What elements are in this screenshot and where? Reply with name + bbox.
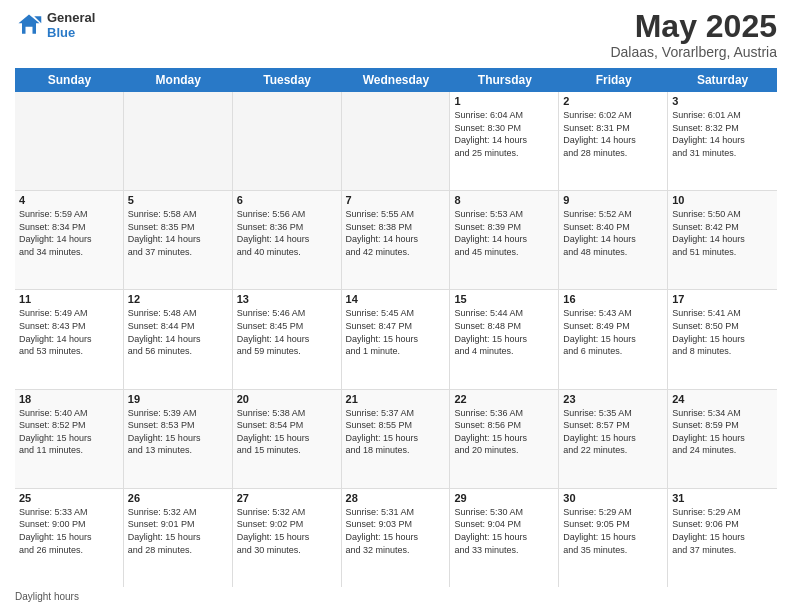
- weekday-header: Tuesday: [233, 68, 342, 92]
- calendar-cell: [124, 92, 233, 190]
- day-number: 20: [237, 393, 337, 405]
- calendar-cell: 22Sunrise: 5:36 AM Sunset: 8:56 PM Dayli…: [450, 390, 559, 488]
- day-number: 6: [237, 194, 337, 206]
- calendar-cell: 16Sunrise: 5:43 AM Sunset: 8:49 PM Dayli…: [559, 290, 668, 388]
- day-number: 8: [454, 194, 554, 206]
- day-info: Sunrise: 5:48 AM Sunset: 8:44 PM Dayligh…: [128, 307, 228, 357]
- day-number: 16: [563, 293, 663, 305]
- day-info: Sunrise: 5:46 AM Sunset: 8:45 PM Dayligh…: [237, 307, 337, 357]
- day-number: 25: [19, 492, 119, 504]
- calendar-cell: 14Sunrise: 5:45 AM Sunset: 8:47 PM Dayli…: [342, 290, 451, 388]
- month-title: May 2025: [610, 10, 777, 42]
- day-number: 27: [237, 492, 337, 504]
- day-number: 17: [672, 293, 773, 305]
- calendar-cell: 9Sunrise: 5:52 AM Sunset: 8:40 PM Daylig…: [559, 191, 668, 289]
- weekday-header: Sunday: [15, 68, 124, 92]
- calendar-row: 18Sunrise: 5:40 AM Sunset: 8:52 PM Dayli…: [15, 390, 777, 489]
- calendar-cell: 30Sunrise: 5:29 AM Sunset: 9:05 PM Dayli…: [559, 489, 668, 587]
- calendar-cell: 1Sunrise: 6:04 AM Sunset: 8:30 PM Daylig…: [450, 92, 559, 190]
- logo: General Blue: [15, 10, 95, 40]
- calendar-cell: 13Sunrise: 5:46 AM Sunset: 8:45 PM Dayli…: [233, 290, 342, 388]
- day-number: 22: [454, 393, 554, 405]
- calendar-cell: 23Sunrise: 5:35 AM Sunset: 8:57 PM Dayli…: [559, 390, 668, 488]
- calendar-cell: [15, 92, 124, 190]
- calendar-row: 4Sunrise: 5:59 AM Sunset: 8:34 PM Daylig…: [15, 191, 777, 290]
- day-info: Sunrise: 5:38 AM Sunset: 8:54 PM Dayligh…: [237, 407, 337, 457]
- day-info: Sunrise: 5:49 AM Sunset: 8:43 PM Dayligh…: [19, 307, 119, 357]
- calendar-cell: [342, 92, 451, 190]
- calendar-cell: 8Sunrise: 5:53 AM Sunset: 8:39 PM Daylig…: [450, 191, 559, 289]
- location: Dalaas, Vorarlberg, Austria: [610, 44, 777, 60]
- day-number: 15: [454, 293, 554, 305]
- day-number: 12: [128, 293, 228, 305]
- day-number: 21: [346, 393, 446, 405]
- day-info: Sunrise: 5:56 AM Sunset: 8:36 PM Dayligh…: [237, 208, 337, 258]
- logo-icon: [15, 11, 43, 39]
- day-info: Sunrise: 5:58 AM Sunset: 8:35 PM Dayligh…: [128, 208, 228, 258]
- day-number: 19: [128, 393, 228, 405]
- day-info: Sunrise: 5:39 AM Sunset: 8:53 PM Dayligh…: [128, 407, 228, 457]
- calendar-cell: 4Sunrise: 5:59 AM Sunset: 8:34 PM Daylig…: [15, 191, 124, 289]
- calendar-cell: 19Sunrise: 5:39 AM Sunset: 8:53 PM Dayli…: [124, 390, 233, 488]
- weekday-header: Monday: [124, 68, 233, 92]
- day-number: 10: [672, 194, 773, 206]
- calendar-cell: 7Sunrise: 5:55 AM Sunset: 8:38 PM Daylig…: [342, 191, 451, 289]
- calendar-cell: 24Sunrise: 5:34 AM Sunset: 8:59 PM Dayli…: [668, 390, 777, 488]
- calendar-cell: 17Sunrise: 5:41 AM Sunset: 8:50 PM Dayli…: [668, 290, 777, 388]
- calendar-cell: 20Sunrise: 5:38 AM Sunset: 8:54 PM Dayli…: [233, 390, 342, 488]
- day-number: 9: [563, 194, 663, 206]
- day-info: Sunrise: 6:02 AM Sunset: 8:31 PM Dayligh…: [563, 109, 663, 159]
- day-info: Sunrise: 5:53 AM Sunset: 8:39 PM Dayligh…: [454, 208, 554, 258]
- title-block: May 2025 Dalaas, Vorarlberg, Austria: [610, 10, 777, 60]
- calendar-row: 25Sunrise: 5:33 AM Sunset: 9:00 PM Dayli…: [15, 489, 777, 587]
- day-info: Sunrise: 5:43 AM Sunset: 8:49 PM Dayligh…: [563, 307, 663, 357]
- day-info: Sunrise: 5:40 AM Sunset: 8:52 PM Dayligh…: [19, 407, 119, 457]
- day-info: Sunrise: 6:04 AM Sunset: 8:30 PM Dayligh…: [454, 109, 554, 159]
- day-number: 14: [346, 293, 446, 305]
- logo-text: General Blue: [47, 10, 95, 40]
- footer-note: Daylight hours: [15, 591, 777, 602]
- calendar-cell: 6Sunrise: 5:56 AM Sunset: 8:36 PM Daylig…: [233, 191, 342, 289]
- calendar-cell: 2Sunrise: 6:02 AM Sunset: 8:31 PM Daylig…: [559, 92, 668, 190]
- weekday-header: Wednesday: [342, 68, 451, 92]
- day-info: Sunrise: 5:33 AM Sunset: 9:00 PM Dayligh…: [19, 506, 119, 556]
- calendar-cell: 21Sunrise: 5:37 AM Sunset: 8:55 PM Dayli…: [342, 390, 451, 488]
- day-number: 23: [563, 393, 663, 405]
- calendar-cell: 18Sunrise: 5:40 AM Sunset: 8:52 PM Dayli…: [15, 390, 124, 488]
- day-info: Sunrise: 5:32 AM Sunset: 9:02 PM Dayligh…: [237, 506, 337, 556]
- day-number: 13: [237, 293, 337, 305]
- day-number: 2: [563, 95, 663, 107]
- day-info: Sunrise: 5:44 AM Sunset: 8:48 PM Dayligh…: [454, 307, 554, 357]
- day-info: Sunrise: 5:59 AM Sunset: 8:34 PM Dayligh…: [19, 208, 119, 258]
- day-number: 5: [128, 194, 228, 206]
- calendar-cell: 27Sunrise: 5:32 AM Sunset: 9:02 PM Dayli…: [233, 489, 342, 587]
- calendar-row: 11Sunrise: 5:49 AM Sunset: 8:43 PM Dayli…: [15, 290, 777, 389]
- day-info: Sunrise: 5:55 AM Sunset: 8:38 PM Dayligh…: [346, 208, 446, 258]
- calendar-cell: 5Sunrise: 5:58 AM Sunset: 8:35 PM Daylig…: [124, 191, 233, 289]
- page: General Blue May 2025 Dalaas, Vorarlberg…: [0, 0, 792, 612]
- day-info: Sunrise: 5:45 AM Sunset: 8:47 PM Dayligh…: [346, 307, 446, 357]
- day-number: 11: [19, 293, 119, 305]
- day-info: Sunrise: 5:29 AM Sunset: 9:05 PM Dayligh…: [563, 506, 663, 556]
- day-number: 4: [19, 194, 119, 206]
- day-info: Sunrise: 5:29 AM Sunset: 9:06 PM Dayligh…: [672, 506, 773, 556]
- calendar-cell: [233, 92, 342, 190]
- day-number: 31: [672, 492, 773, 504]
- calendar-cell: 28Sunrise: 5:31 AM Sunset: 9:03 PM Dayli…: [342, 489, 451, 587]
- day-number: 26: [128, 492, 228, 504]
- day-number: 7: [346, 194, 446, 206]
- day-number: 1: [454, 95, 554, 107]
- calendar-cell: 3Sunrise: 6:01 AM Sunset: 8:32 PM Daylig…: [668, 92, 777, 190]
- calendar-cell: 26Sunrise: 5:32 AM Sunset: 9:01 PM Dayli…: [124, 489, 233, 587]
- day-info: Sunrise: 5:52 AM Sunset: 8:40 PM Dayligh…: [563, 208, 663, 258]
- calendar-header: SundayMondayTuesdayWednesdayThursdayFrid…: [15, 68, 777, 92]
- weekday-header: Thursday: [450, 68, 559, 92]
- day-number: 30: [563, 492, 663, 504]
- day-number: 3: [672, 95, 773, 107]
- calendar-body: 1Sunrise: 6:04 AM Sunset: 8:30 PM Daylig…: [15, 92, 777, 587]
- day-info: Sunrise: 5:34 AM Sunset: 8:59 PM Dayligh…: [672, 407, 773, 457]
- weekday-header: Saturday: [668, 68, 777, 92]
- calendar-cell: 11Sunrise: 5:49 AM Sunset: 8:43 PM Dayli…: [15, 290, 124, 388]
- day-info: Sunrise: 5:50 AM Sunset: 8:42 PM Dayligh…: [672, 208, 773, 258]
- day-info: Sunrise: 6:01 AM Sunset: 8:32 PM Dayligh…: [672, 109, 773, 159]
